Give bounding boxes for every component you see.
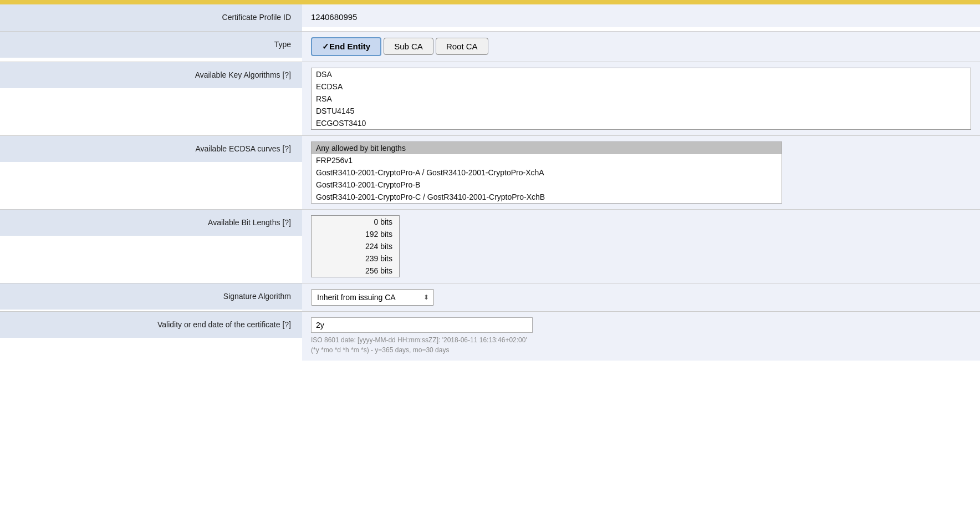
listbox-item[interactable]: ECDSA: [312, 80, 971, 93]
bit-lengths-listbox[interactable]: 0 bits192 bits224 bits239 bits256 bits: [311, 215, 400, 277]
listbox-item[interactable]: FRP256v1: [312, 154, 782, 166]
row-profile-id: Certificate Profile ID1240680995: [0, 4, 980, 32]
listbox-item[interactable]: 192 bits: [312, 228, 399, 240]
key-algorithms-listbox[interactable]: DSAECDSARSADSTU4145ECGOST3410: [311, 68, 971, 130]
listbox-item[interactable]: 224 bits: [312, 240, 399, 252]
listbox-item[interactable]: RSA: [312, 93, 971, 105]
row-validity: Validity or end date of the certificate …: [0, 312, 980, 361]
type-btn-subca[interactable]: Sub CA: [384, 38, 433, 55]
label-bit-lengths: Available Bit Lengths [?]: [0, 210, 302, 236]
value-ecdsa-curves: Any allowed by bit lengthsFRP256v1GostR3…: [302, 136, 980, 209]
form-container: Certificate Profile ID1240680995Type✓End…: [0, 4, 980, 361]
listbox-item[interactable]: GostR3410-2001-CryptoPro-A / GostR3410-2…: [312, 166, 782, 179]
listbox-item[interactable]: DSTU4145: [312, 105, 971, 117]
listbox-item[interactable]: 239 bits: [312, 252, 399, 265]
label-signature-algorithm: Signature Algorithm: [0, 283, 302, 310]
label-validity: Validity or end date of the certificate …: [0, 312, 302, 338]
value-profile-id: 1240680995: [302, 4, 980, 27]
value-type: ✓End EntitySub CARoot CA: [302, 32, 980, 62]
row-key-algorithms: Available Key Algorithms [?]DSAECDSARSAD…: [0, 62, 980, 136]
top-bar: [0, 0, 980, 4]
listbox-item[interactable]: GostR3410-2001-CryptoPro-C / GostR3410-2…: [312, 191, 782, 203]
row-bit-lengths: Available Bit Lengths [?]0 bits192 bits2…: [0, 210, 980, 283]
label-profile-id: Certificate Profile ID: [0, 4, 302, 31]
listbox-item[interactable]: 0 bits: [312, 216, 399, 228]
label-ecdsa-curves: Available ECDSA curves [?]: [0, 136, 302, 163]
value-validity: ISO 8601 date: [yyyy-MM-dd HH:mm:ssZZ]: …: [302, 312, 980, 361]
signature-algorithm-select[interactable]: Inherit from issuing CASHA1WithRSASHA256…: [312, 290, 433, 305]
listbox-item[interactable]: Any allowed by bit lengths: [312, 142, 782, 154]
listbox-item[interactable]: 256 bits: [312, 265, 399, 277]
validity-hint: ISO 8601 date: [yyyy-MM-dd HH:mm:ssZZ]: …: [311, 335, 971, 355]
value-signature-algorithm: Inherit from issuing CASHA1WithRSASHA256…: [302, 283, 980, 311]
listbox-item[interactable]: GostR3410-2001-CryptoPro-B: [312, 179, 782, 191]
listbox-item[interactable]: ECGOST3410: [312, 117, 971, 129]
validity-input[interactable]: [311, 317, 533, 333]
row-signature-algorithm: Signature AlgorithmInherit from issuing …: [0, 283, 980, 312]
type-btn-endentity[interactable]: ✓End Entity: [311, 37, 381, 56]
profile-id-value: 1240680995: [311, 10, 971, 22]
ecdsa-curves-listbox[interactable]: Any allowed by bit lengthsFRP256v1GostR3…: [311, 141, 782, 204]
value-key-algorithms: DSAECDSARSADSTU4145ECGOST3410: [302, 62, 980, 135]
label-key-algorithms: Available Key Algorithms [?]: [0, 62, 302, 89]
row-ecdsa-curves: Available ECDSA curves [?]Any allowed by…: [0, 136, 980, 210]
listbox-item[interactable]: DSA: [312, 68, 971, 80]
label-type: Type: [0, 32, 302, 58]
signature-algorithm-select-wrapper: Inherit from issuing CASHA1WithRSASHA256…: [311, 289, 434, 306]
value-bit-lengths: 0 bits192 bits224 bits239 bits256 bits: [302, 210, 980, 283]
row-type: Type✓End EntitySub CARoot CA: [0, 32, 980, 62]
type-button-group: ✓End EntitySub CARoot CA: [311, 37, 971, 56]
type-btn-rootca[interactable]: Root CA: [436, 38, 488, 55]
